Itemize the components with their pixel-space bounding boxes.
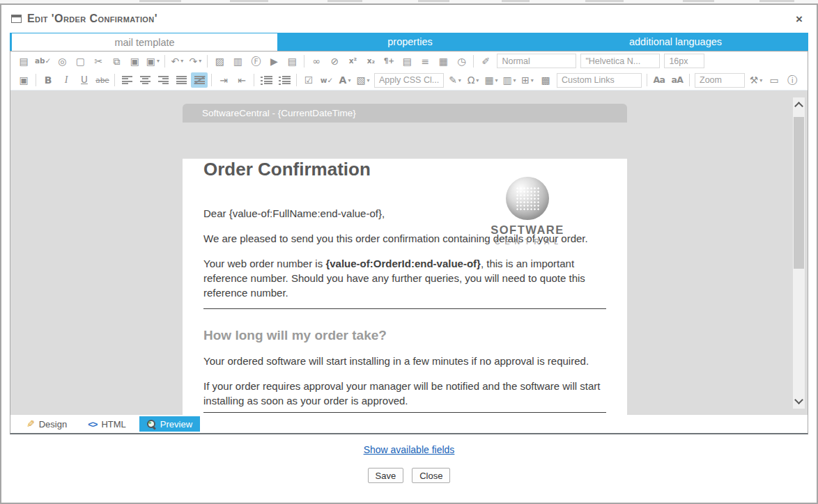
scroll-down-icon[interactable] <box>794 395 803 404</box>
template-manager-button[interactable]: ▤ <box>284 54 300 69</box>
indent-button[interactable]: ⇥ <box>215 72 232 88</box>
html-mode-button[interactable]: <> HTML <box>80 416 134 432</box>
scroll-up-icon[interactable] <box>794 102 803 111</box>
module-manager-button[interactable]: ⚒▾ <box>748 72 764 88</box>
unordered-list-button[interactable] <box>276 72 293 88</box>
outdent-button[interactable]: ⇤ <box>233 72 250 88</box>
copy-button[interactable]: ⧉ <box>108 54 125 69</box>
window-icon <box>11 15 22 23</box>
dialog-title: Edit 'Order Confirmation' <box>27 13 157 25</box>
show-available-fields-link[interactable]: Show available fields <box>364 444 455 455</box>
select-all-button[interactable]: ▢ <box>72 54 88 69</box>
style-builder-button[interactable]: ✎▾ <box>447 72 463 88</box>
flash-manager-button[interactable]: Ⓕ <box>247 54 264 69</box>
dropdown-caret-icon: ▾ <box>199 58 201 64</box>
font-size-combobox[interactable]: 16px <box>664 54 704 68</box>
zoom-combobox[interactable]: Zoom <box>695 73 745 88</box>
editor-scrollbar[interactable] <box>793 97 805 409</box>
dropdown-caret-icon: ▾ <box>759 77 762 84</box>
close-icon[interactable]: × <box>792 12 807 26</box>
validate-button[interactable]: ☑ <box>300 72 317 88</box>
media-manager-button[interactable]: ▶ <box>265 54 282 69</box>
close-button[interactable]: Close <box>412 468 450 483</box>
format-painter-icon: ✐ <box>482 56 491 66</box>
tab-additional-languages[interactable]: additional languages <box>543 33 808 51</box>
insert-paragraph-button[interactable]: ¶+ <box>380 54 397 69</box>
redo-icon: ↷ <box>190 56 198 66</box>
paste-button[interactable]: ▣ <box>126 54 143 69</box>
email-body: SOFTWARE CENTRAL Order Confirmation Dear… <box>183 159 627 415</box>
background-text-fragment <box>759 0 794 2</box>
dialog-titlebar: Edit 'Order Confirmation' × <box>1 5 817 33</box>
spell-check-button[interactable]: ab✓ <box>33 54 52 69</box>
format-stripper-button[interactable]: ▤ <box>399 54 415 69</box>
align-left-button[interactable] <box>118 72 135 88</box>
format-painter-button[interactable]: ✐ <box>477 54 494 69</box>
scrollbar-thumb[interactable] <box>794 117 804 269</box>
to-lowercase-button[interactable]: Aa <box>651 72 667 88</box>
ordered-list-button[interactable] <box>258 72 275 88</box>
bold-button[interactable]: B <box>40 72 56 88</box>
toolbar-separator <box>164 55 165 68</box>
image-absolute-position-button[interactable]: ▣ <box>15 72 32 88</box>
to-uppercase-button[interactable]: aA <box>669 72 686 88</box>
preview-screen-button[interactable]: ▭ <box>766 72 782 88</box>
insert-horizontal-line-button[interactable]: ≡ <box>417 54 433 69</box>
tab-properties[interactable]: properties <box>277 33 543 51</box>
apply-css-class-combobox[interactable]: Apply CSS Cl... <box>374 73 444 88</box>
editor-mode-bar: ✎ Design <> HTML + Preview <box>10 415 808 433</box>
insert-date-button[interactable]: ▦ <box>435 54 452 69</box>
background-text-fragment <box>683 0 714 2</box>
background-text-fragment <box>502 0 530 2</box>
paragraph-style-combobox[interactable]: Normal <box>497 54 576 68</box>
italic-button[interactable]: I <box>58 72 75 88</box>
undo-button[interactable]: ↶▾ <box>169 54 185 69</box>
foreground-color-icon: A <box>339 75 347 85</box>
email-paragraph: Your ordered software will start install… <box>203 354 606 368</box>
custom-links-combobox[interactable]: Custom Links <box>557 73 642 88</box>
table-properties-button[interactable]: ▥▾ <box>501 72 518 88</box>
insert-table-button[interactable]: ▦▾ <box>483 72 500 88</box>
select-all-icon: ▢ <box>76 56 85 66</box>
align-justify-button[interactable] <box>173 72 190 88</box>
print-button[interactable]: ▤ <box>15 54 32 69</box>
dropdown-caret-icon: ▾ <box>514 77 516 84</box>
bold-icon: B <box>45 75 52 85</box>
preview-mode-button[interactable]: + Preview <box>139 416 200 432</box>
foreground-color-button[interactable]: A▾ <box>337 72 353 88</box>
strikethrough-button[interactable]: abe <box>94 72 111 88</box>
print-icon: ▤ <box>19 56 28 66</box>
find-and-replace-button[interactable]: ◎ <box>54 54 70 69</box>
paste-options-button[interactable]: ▣▾ <box>144 54 161 69</box>
background-color-button[interactable]: ▧▾ <box>355 72 371 88</box>
toolbar-separator <box>296 74 297 86</box>
font-name-combobox[interactable]: "Helvetica N... <box>580 54 660 68</box>
cut-button[interactable]: ✂ <box>90 54 107 69</box>
redo-button[interactable]: ↷▾ <box>187 54 203 69</box>
dropdown-caret-icon: ▾ <box>476 77 479 84</box>
insert-time-button[interactable]: ◷ <box>453 54 470 69</box>
superscript-button[interactable]: x² <box>344 54 361 69</box>
tab-mail-template[interactable]: mail template <box>12 33 277 51</box>
design-mode-button[interactable]: ✎ Design <box>19 416 75 432</box>
unlink-button[interactable]: ⊘ <box>326 54 343 69</box>
align-center-button[interactable] <box>137 72 153 88</box>
insert-symbol-button[interactable]: Ω▾ <box>465 72 481 88</box>
insert-table-icon: ▦ <box>484 75 493 85</box>
image-manager-button[interactable]: ▨ <box>211 54 228 69</box>
document-manager-button[interactable]: ▥ <box>229 54 246 69</box>
underline-button[interactable]: U <box>76 72 93 88</box>
xhtml-validator-button[interactable]: w✓ <box>318 72 335 88</box>
save-button[interactable]: Save <box>368 468 404 483</box>
subscript-button[interactable]: x₂ <box>362 54 379 69</box>
logo-dots <box>516 187 539 210</box>
image-map-editor-button[interactable]: ▩ <box>537 72 554 88</box>
insert-date-icon: ▦ <box>439 56 448 66</box>
dropdown-caret-icon: ▾ <box>348 77 350 84</box>
about-button[interactable]: ⓘ <box>784 72 801 88</box>
align-none-button[interactable] <box>191 72 208 88</box>
insert-form-element-button[interactable]: ⊞▾ <box>519 72 536 88</box>
email-preview: SoftwareCentral - {CurrentDateTime} SOFT… <box>183 104 627 415</box>
link-manager-button[interactable]: ∞ <box>308 54 325 69</box>
align-right-button[interactable] <box>155 72 171 88</box>
